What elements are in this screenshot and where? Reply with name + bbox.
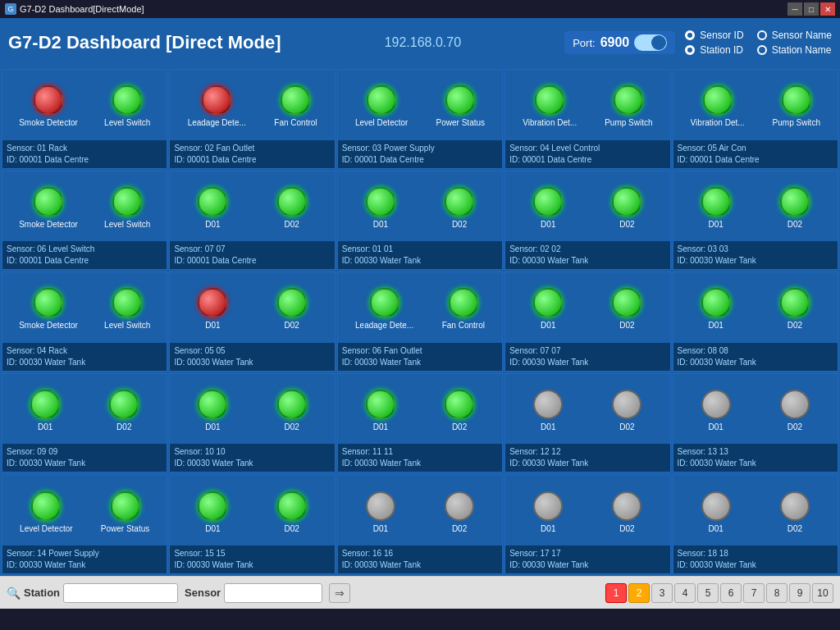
indicator-r3-c0-0: D01 [30, 390, 60, 431]
radio-sensor-id[interactable]: Sensor ID [685, 30, 743, 41]
minimize-button[interactable]: ─ [788, 2, 802, 16]
sensor-cell-r2-c4[interactable]: D01D02Sensor: 08 08ID: 00030 Water Tank [673, 272, 838, 372]
sensor-id-r3-c1: ID: 00030 Water Tank [174, 458, 330, 469]
port-toggle[interactable] [634, 34, 667, 51]
indicator-r2-c4-1: D02 [780, 288, 810, 330]
page-button-4[interactable]: 4 [674, 583, 696, 603]
sensor-cell-r4-c2[interactable]: D01D02Sensor: 16 16ID: 00030 Water Tank [337, 474, 503, 574]
sensor-info-r0-c1: Sensor: 02 Fan OutletID: 00001 Data Cent… [170, 140, 334, 168]
sensor-cell-r0-c4[interactable]: Vibration Det...Pump SwitchSensor: 05 Ai… [673, 69, 838, 169]
page-button-1[interactable]: 1 [605, 583, 627, 603]
sensor-indicators-r3-c1: D01D02 [170, 374, 334, 445]
title-bar-text: G7-D2 Dashboard[DirectMode] [20, 4, 144, 14]
sensor-cell-r3-c0[interactable]: D01D02Sensor: 09 09ID: 00030 Water Tank [2, 373, 167, 473]
sensor-id-r3-c3: ID: 00030 Water Tank [509, 458, 665, 469]
sensor-cell-r3-c3[interactable]: D01D02Sensor: 12 12ID: 00030 Water Tank [504, 373, 670, 473]
toggle-knob [651, 35, 666, 50]
indicator-r2-c3-1: D02 [612, 288, 641, 330]
sensor-info-r4-c1: Sensor: 15 15ID: 00030 Water Tank [170, 546, 334, 573]
radio-sensor-id-dot [685, 30, 695, 40]
sensor-name-r3-c0: Sensor: 09 09 [7, 446, 162, 458]
sensor-indicator-label-r2-c0-1: Level Switch [104, 321, 150, 330]
sensor-indicator-label-r0-c2-0: Level Detector [355, 118, 408, 127]
sensor-cell-r2-c1[interactable]: D01D02Sensor: 05 05ID: 00030 Water Tank [169, 272, 335, 372]
sensor-indicator-label-r4-c2-1: D02 [452, 524, 467, 533]
sensor-cell-r4-c4[interactable]: D01D02Sensor: 18 18ID: 00030 Water Tank [673, 474, 838, 574]
page-button-5[interactable]: 5 [697, 583, 719, 603]
maximize-button[interactable]: □ [804, 2, 819, 16]
page-button-2[interactable]: 2 [628, 583, 650, 603]
led-r2-c2-1 [449, 288, 478, 317]
led-r1-c4-1 [780, 187, 810, 217]
indicator-r2-c2-0: Leadage Dete... [355, 288, 413, 330]
sensor-cell-r0-c3[interactable]: Vibration Det...Pump SwitchSensor: 04 Le… [504, 69, 670, 169]
radio-station-id-dot [685, 45, 695, 55]
sensor-cell-r2-c0[interactable]: Smoke DetectorLevel SwitchSensor: 04 Rac… [2, 272, 167, 372]
sensor-indicators-r0-c1: Leadage Dete...Fan Control [170, 70, 334, 140]
sensor-cell-r1-c4[interactable]: D01D02Sensor: 03 03ID: 00030 Water Tank [673, 171, 838, 271]
sensor-cell-r3-c2[interactable]: D01D02Sensor: 11 11ID: 00030 Water Tank [337, 373, 503, 473]
page-button-6[interactable]: 6 [720, 583, 742, 603]
page-button-8[interactable]: 8 [766, 583, 788, 603]
sensor-cell-r3-c4[interactable]: D01D02Sensor: 13 13ID: 00030 Water Tank [673, 373, 838, 473]
sensor-cell-r2-c2[interactable]: Leadage Dete...Fan ControlSensor: 06 Fan… [337, 272, 503, 372]
indicator-r0-c4-0: Vibration Det... [691, 85, 745, 127]
close-button[interactable]: ✕ [820, 2, 835, 16]
sensor-indicators-r2-c1: D01D02 [170, 272, 334, 343]
radio-station-id[interactable]: Station ID [685, 44, 743, 56]
sensor-indicators-r0-c2: Level DetectorPower Status [338, 70, 502, 140]
indicator-r4-c2-0: D01 [366, 491, 395, 533]
sensor-indicators-r0-c0: Smoke DetectorLevel Switch [2, 70, 167, 140]
led-r4-c1-1 [277, 491, 307, 521]
ip-address: 192.168.0.70 [385, 35, 461, 50]
led-r3-c4-0 [701, 390, 731, 419]
sensor-cell-r1-c1[interactable]: D01D02Sensor: 07 07ID: 00001 Data Centre [169, 171, 335, 271]
sensor-indicator-label-r1-c2-1: D02 [452, 220, 467, 229]
sensor-id-r4-c2: ID: 00030 Water Tank [342, 559, 498, 571]
radio-sensor-name[interactable]: Sensor Name [757, 30, 832, 41]
sensor-cell-r3-c1[interactable]: D01D02Sensor: 10 10ID: 00030 Water Tank [169, 373, 335, 473]
page-button-9[interactable]: 9 [789, 583, 810, 603]
sensor-name-r0-c4: Sensor: 05 Air Con [678, 143, 833, 154]
sensor-indicator-label-r1-c1-0: D01 [205, 220, 220, 229]
radio-station-name[interactable]: Station Name [757, 44, 832, 56]
sensor-cell-r4-c0[interactable]: Level DetectorPower StatusSensor: 14 Pow… [2, 474, 167, 574]
page-button-7[interactable]: 7 [743, 583, 765, 603]
sensor-cell-r1-c2[interactable]: D01D02Sensor: 01 01ID: 00030 Water Tank [337, 171, 503, 271]
station-search-input[interactable] [63, 583, 178, 603]
sensor-label: Sensor [185, 587, 221, 599]
sensor-info-r0-c3: Sensor: 04 Level ControlID: 00001 Data C… [505, 140, 669, 168]
sensor-name-r2-c2: Sensor: 06 Fan Outlet [342, 345, 498, 357]
sensor-name-r4-c4: Sensor: 18 18 [678, 548, 833, 559]
sensor-cell-r4-c3[interactable]: D01D02Sensor: 17 17ID: 00030 Water Tank [504, 474, 670, 574]
led-r1-c0-1 [112, 187, 142, 217]
led-r0-c1-0 [202, 85, 231, 115]
indicator-r4-c1-1: D02 [277, 491, 307, 533]
led-r0-c3-1 [614, 85, 643, 115]
sensor-indicator-label-r3-c0-1: D02 [116, 422, 131, 431]
bottom-bar: 🔍 Station Sensor ⇒ 12345678910 [0, 576, 840, 609]
page-button-3[interactable]: 3 [651, 583, 673, 603]
sensor-cell-r0-c0[interactable]: Smoke DetectorLevel SwitchSensor: 01 Rac… [2, 69, 167, 169]
led-r2-c0-1 [112, 288, 142, 317]
station-search-group: 🔍 Station [7, 583, 178, 603]
sensor-cell-r2-c3[interactable]: D01D02Sensor: 07 07ID: 00030 Water Tank [504, 272, 670, 372]
sensor-info-r3-c1: Sensor: 10 10ID: 00030 Water Tank [170, 444, 334, 472]
sensor-id-r3-c0: ID: 00030 Water Tank [7, 458, 162, 469]
sensor-cell-r0-c1[interactable]: Leadage Dete...Fan ControlSensor: 02 Fan… [169, 69, 335, 169]
radio-station-name-dot [757, 45, 767, 55]
next-arrow-button[interactable]: ⇒ [329, 583, 350, 603]
sensor-cell-r4-c1[interactable]: D01D02Sensor: 15 15ID: 00030 Water Tank [169, 474, 335, 574]
indicator-r4-c1-0: D01 [198, 491, 227, 533]
sensor-search-input[interactable] [224, 583, 322, 603]
sensor-cell-r1-c3[interactable]: D01D02Sensor: 02 02ID: 00030 Water Tank [504, 171, 670, 271]
led-r3-c0-1 [109, 390, 139, 419]
led-r3-c0-0 [30, 390, 60, 419]
sensor-cell-r0-c2[interactable]: Level DetectorPower StatusSensor: 03 Pow… [337, 69, 503, 169]
sensor-name-r4-c2: Sensor: 16 16 [342, 548, 498, 559]
led-r0-c3-0 [535, 85, 564, 115]
sensor-indicators-r3-c3: D01D02 [505, 374, 669, 445]
sensor-indicators-r4-c4: D01D02 [673, 475, 838, 546]
sensor-cell-r1-c0[interactable]: Smoke DetectorLevel SwitchSensor: 06 Lev… [2, 171, 167, 271]
page-button-10[interactable]: 10 [812, 583, 833, 603]
